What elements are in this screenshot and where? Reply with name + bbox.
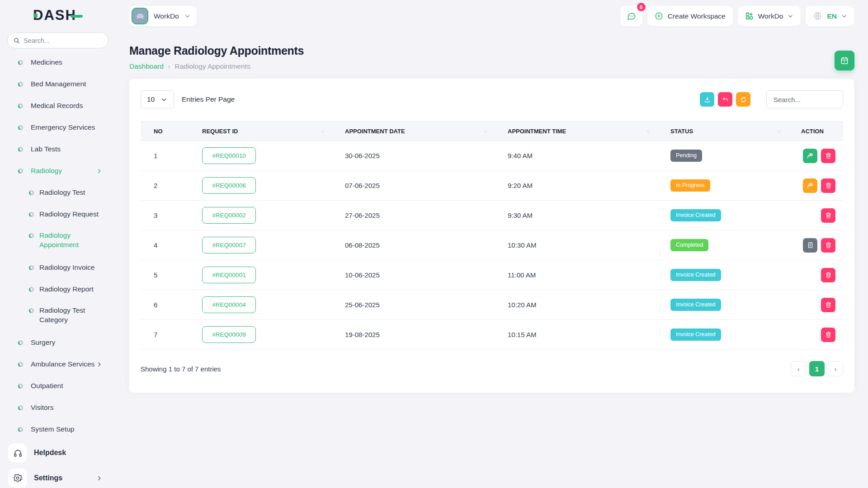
cell-action bbox=[788, 141, 843, 171]
sidebar-item-helpdesk[interactable]: Helpdesk bbox=[0, 440, 116, 465]
forward-icon bbox=[807, 152, 814, 160]
sidebar-item-visitors[interactable]: Visitors bbox=[0, 397, 116, 418]
sidebar-item-label: Radiology Report bbox=[39, 285, 94, 294]
bullet-icon bbox=[18, 103, 23, 108]
cell-no: 7 bbox=[141, 320, 189, 350]
workdo-menu-label: WorkDo bbox=[758, 12, 783, 20]
sort-icon: ↑↓ bbox=[321, 129, 324, 134]
reset-button[interactable] bbox=[718, 92, 732, 107]
pagination: ‹ 1 › bbox=[791, 361, 843, 376]
column-header-appointment-time[interactable]: APPOINTMENT TIME↑↓ bbox=[495, 122, 657, 141]
sidebar-item-outpatient[interactable]: Outpatient bbox=[0, 375, 116, 397]
sidebar-search-input[interactable]: Search... bbox=[7, 33, 108, 48]
undo-icon bbox=[722, 96, 729, 103]
pagination-prev-button[interactable]: ‹ bbox=[791, 361, 806, 376]
bullet-icon bbox=[18, 169, 23, 174]
sidebar-item-radiology-test-category[interactable]: Radiology Test Category bbox=[0, 300, 116, 332]
request-id-link[interactable]: #REQ00001 bbox=[202, 267, 256, 283]
trash-button[interactable] bbox=[821, 178, 835, 193]
logo: DASH bbox=[0, 2, 116, 29]
entries-per-page-select[interactable]: 10 bbox=[141, 90, 174, 108]
calendar-button[interactable] bbox=[835, 51, 854, 70]
cell-request-id: #REQ00001 bbox=[189, 260, 332, 290]
document-button[interactable] bbox=[803, 238, 817, 253]
column-header-appointment-date[interactable]: APPOINTMENT DATE↑↓ bbox=[332, 122, 495, 141]
bullet-icon bbox=[18, 125, 23, 130]
table-search-input[interactable]: Search... bbox=[766, 90, 843, 108]
sidebar-item-radiology-report[interactable]: Radiology Report bbox=[0, 278, 116, 300]
trash-button[interactable] bbox=[821, 149, 835, 163]
sidebar-item-medical-records[interactable]: Medical Records bbox=[0, 95, 116, 117]
request-id-link[interactable]: #REQ00010 bbox=[202, 147, 256, 164]
chevron-down-icon bbox=[841, 13, 847, 19]
sidebar-item-label: Medical Records bbox=[31, 101, 83, 111]
sidebar-item-radiology-invoice[interactable]: Radiology Invoice bbox=[0, 257, 116, 278]
trash-button[interactable] bbox=[821, 298, 835, 312]
table-row: 2#REQ0000607-06-20259:20 AMIn Progress bbox=[141, 171, 843, 201]
cell-appointment-time: 10:20 AM bbox=[495, 290, 657, 320]
sidebar-item-ambulance-services[interactable]: Ambulance Services bbox=[0, 353, 116, 375]
cell-request-id: #REQ00006 bbox=[189, 171, 332, 201]
request-id-link[interactable]: #REQ00004 bbox=[202, 296, 256, 313]
sidebar-item-label: Radiology bbox=[31, 166, 62, 176]
request-id-link[interactable]: #REQ00009 bbox=[202, 326, 256, 343]
request-id-link[interactable]: #REQ00006 bbox=[202, 177, 256, 194]
status-badge: Invoice Created bbox=[670, 269, 721, 281]
cell-appointment-time: 10:15 AM bbox=[495, 320, 657, 350]
sidebar-item-label: System Setup bbox=[31, 425, 75, 434]
trash-button[interactable] bbox=[821, 328, 835, 342]
breadcrumb-dashboard-link[interactable]: Dashboard bbox=[129, 62, 164, 70]
status-badge: In Progress bbox=[670, 179, 710, 192]
forward-button[interactable] bbox=[803, 149, 817, 163]
trash-icon bbox=[825, 242, 832, 249]
table-row: 1#REQ0001030-06-20259:40 AMPending bbox=[141, 141, 843, 171]
table-controls: 10 Entries Per Page Search... bbox=[141, 90, 843, 108]
request-id-link[interactable]: #REQ00007 bbox=[202, 237, 256, 253]
cell-status: In Progress bbox=[657, 171, 788, 201]
bullet-icon bbox=[18, 340, 23, 345]
sidebar-item-surgery[interactable]: Surgery bbox=[0, 332, 116, 353]
trash-button[interactable] bbox=[821, 238, 835, 253]
pagination-page-1[interactable]: 1 bbox=[809, 361, 825, 376]
pagination-next-button[interactable]: › bbox=[828, 361, 843, 376]
sidebar-item-bed-management[interactable]: Bed Management bbox=[0, 73, 116, 95]
sidebar-item-label: Radiology Invoice bbox=[39, 263, 94, 272]
export-button[interactable] bbox=[700, 92, 714, 107]
column-header-request-id[interactable]: REQUEST ID↑↓ bbox=[189, 122, 332, 141]
forward-button[interactable] bbox=[803, 178, 817, 193]
request-id-link[interactable]: #REQ00002 bbox=[202, 207, 256, 224]
sort-icon: ↑↓ bbox=[646, 129, 649, 134]
workspace-switcher[interactable]: WorkDo bbox=[129, 6, 197, 26]
refresh-button[interactable] bbox=[736, 92, 750, 107]
cell-action bbox=[788, 230, 843, 260]
cell-appointment-date: 10-06-2025 bbox=[332, 260, 495, 290]
trash-icon bbox=[825, 331, 832, 338]
cell-appointment-date: 19-08-2025 bbox=[332, 320, 495, 350]
sidebar-item-lab-tests[interactable]: Lab Tests bbox=[0, 138, 116, 160]
breadcrumb-separator: › bbox=[168, 63, 170, 70]
cell-status: Completed bbox=[657, 230, 788, 260]
cell-status: Pending bbox=[657, 141, 788, 171]
refresh-icon bbox=[740, 96, 747, 103]
cell-no: 6 bbox=[141, 290, 189, 320]
create-workspace-button[interactable]: Create Workspace bbox=[647, 6, 733, 26]
appointments-card: 10 Entries Per Page Search... NOREQUEST … bbox=[129, 79, 854, 393]
language-menu[interactable]: EN bbox=[806, 6, 854, 26]
sidebar-item-radiology-appointment[interactable]: Radiology Appointment bbox=[0, 225, 116, 257]
sidebar-item-emergency-services[interactable]: Emergency Services bbox=[0, 117, 116, 138]
sidebar-item-radiology-test[interactable]: Radiology Test bbox=[0, 182, 116, 203]
sidebar-item-settings[interactable]: Settings bbox=[0, 465, 116, 488]
forward-icon bbox=[807, 182, 814, 189]
table-row: 5#REQ0000110-06-202511:00 AMInvoice Crea… bbox=[141, 260, 843, 290]
table-row: 7#REQ0000919-08-202510:15 AMInvoice Crea… bbox=[141, 320, 843, 350]
trash-button[interactable] bbox=[821, 208, 835, 223]
workdo-menu[interactable]: WorkDo bbox=[738, 6, 801, 26]
messages-button[interactable]: 0 bbox=[620, 6, 642, 26]
sidebar-item-medicines[interactable]: Medicines bbox=[0, 52, 116, 73]
column-header-status[interactable]: STATUS↑↓ bbox=[657, 122, 788, 141]
sidebar-item-system-setup[interactable]: System Setup bbox=[0, 418, 116, 440]
sidebar-item-radiology-request[interactable]: Radiology Request bbox=[0, 203, 116, 225]
cell-status: Invoice Created bbox=[657, 290, 788, 320]
sidebar-item-radiology[interactable]: Radiology bbox=[0, 160, 116, 182]
trash-button[interactable] bbox=[821, 268, 835, 282]
